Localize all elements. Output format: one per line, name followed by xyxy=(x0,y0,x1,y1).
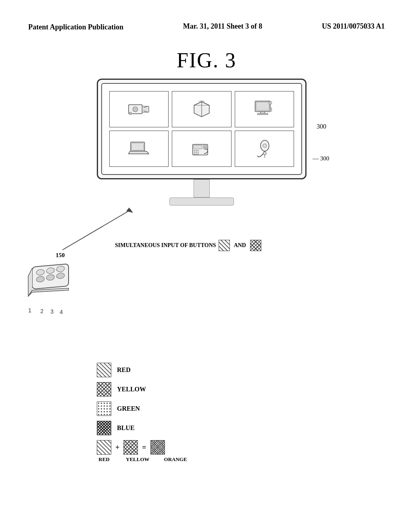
cell-camcorder xyxy=(109,91,169,127)
svg-point-3 xyxy=(134,108,136,110)
label-300-text: — 300 xyxy=(313,155,329,162)
monitor-label-300: 300 xyxy=(317,123,326,130)
publication-label: Patent Application Publication xyxy=(28,23,123,31)
svg-rect-4 xyxy=(129,112,131,115)
yellow-pattern-box xyxy=(97,382,111,397)
eq-yellow-word: YELLOW xyxy=(126,456,150,463)
svg-point-38 xyxy=(197,154,198,155)
legend-area: RED YELLOW GREEN BLUE + = xyxy=(97,363,187,463)
legend-row-red: RED xyxy=(97,363,187,377)
svg-rect-27 xyxy=(194,145,202,149)
svg-rect-13 xyxy=(256,102,269,110)
equation-labels-row: RED YELLOW ORANGE xyxy=(97,456,187,463)
remote-label-150: 150 xyxy=(56,252,65,259)
header: Patent Application Publication Mar. 31, … xyxy=(0,0,413,32)
legend-row-yellow: YELLOW xyxy=(97,382,187,397)
svg-rect-15 xyxy=(258,114,268,115)
product-grid xyxy=(109,91,294,167)
svg-point-32 xyxy=(197,150,198,151)
monitor-stand-base xyxy=(169,197,234,206)
yellow-label: YELLOW xyxy=(117,386,146,393)
svg-point-30 xyxy=(194,150,195,151)
svg-marker-44 xyxy=(126,208,133,213)
remote-control: 150 1 2 3 4 xyxy=(20,260,85,326)
legend-row-green: GREEN xyxy=(97,401,187,416)
red-pattern-box xyxy=(97,363,111,377)
eq-red-box xyxy=(97,440,111,455)
svg-rect-17 xyxy=(270,108,272,111)
header-center: Mar. 31, 2011 Sheet 3 of 8 xyxy=(183,22,262,31)
simultaneous-input-label: SIMULTANEOUS INPUT OF BUTTONS AND xyxy=(115,240,261,251)
svg-rect-14 xyxy=(261,112,265,114)
red-button-icon xyxy=(219,240,230,251)
svg-text:2: 2 xyxy=(40,308,44,314)
svg-point-34 xyxy=(196,152,197,153)
svg-text:1: 1 xyxy=(28,307,31,314)
eq-red-word: RED xyxy=(97,456,111,463)
blue-label: BLUE xyxy=(117,424,141,432)
fig-title-text: FIG. 3 xyxy=(177,49,236,72)
green-pattern-box xyxy=(97,401,111,416)
svg-point-40 xyxy=(263,144,267,148)
yellow-button-icon xyxy=(250,240,261,251)
svg-point-35 xyxy=(197,152,198,153)
svg-point-31 xyxy=(196,150,197,151)
monitor-illustration: 300 xyxy=(97,79,307,206)
patent-number-label: US 2011/0075033 A1 xyxy=(322,22,385,30)
eq-yellow-box xyxy=(123,440,138,455)
date-sheet-label: Mar. 31, 2011 Sheet 3 of 8 xyxy=(183,22,262,30)
green-label: GREEN xyxy=(117,405,141,412)
equation-section: + = RED YELLOW ORANGE xyxy=(97,440,187,463)
svg-point-37 xyxy=(196,154,197,155)
equation-icons-row: + = xyxy=(97,440,187,455)
svg-rect-28 xyxy=(203,145,207,147)
svg-point-33 xyxy=(194,152,195,153)
cell-vacuum xyxy=(235,131,294,167)
page: Patent Application Publication Mar. 31, … xyxy=(0,0,413,532)
monitor-screen xyxy=(101,83,302,175)
figure-title: FIG. 3 xyxy=(0,48,413,72)
eq-orange-box xyxy=(150,440,165,455)
cell-phone xyxy=(172,131,231,167)
legend-row-blue: BLUE xyxy=(97,421,187,435)
svg-point-41 xyxy=(263,152,267,155)
svg-point-36 xyxy=(194,154,195,155)
red-label: RED xyxy=(117,366,141,374)
blue-pattern-box xyxy=(97,421,111,435)
svg-text:4: 4 xyxy=(60,309,63,315)
remote-svg: 1 2 3 4 xyxy=(20,260,85,324)
svg-rect-16 xyxy=(269,102,272,104)
svg-rect-29 xyxy=(203,148,207,149)
monitor-outer-bezel: 300 xyxy=(97,79,307,179)
header-right: US 2011/0075033 A1 xyxy=(322,22,385,31)
monitor-stand-neck xyxy=(194,179,210,197)
header-left: Patent Application Publication xyxy=(28,22,123,32)
cell-box xyxy=(172,91,231,127)
cell-computer xyxy=(235,91,294,127)
eq-orange-word: ORANGE xyxy=(164,456,187,463)
cell-laptop xyxy=(109,131,169,167)
svg-text:3: 3 xyxy=(50,308,54,315)
